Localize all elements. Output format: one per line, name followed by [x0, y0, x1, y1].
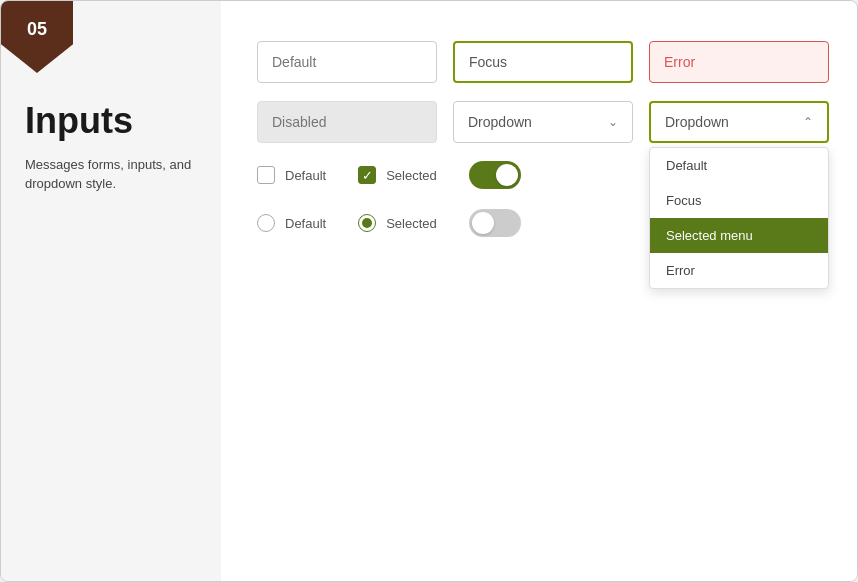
dropdown-active-label: Dropdown [665, 114, 729, 130]
sidebar-content: Inputs Messages forms, inputs, and dropd… [1, 101, 221, 194]
dropdown-item-error[interactable]: Error [650, 253, 828, 288]
dropdown-normal: Dropdown ⌄ [453, 101, 633, 143]
dropdown-item-focus[interactable]: Focus [650, 183, 828, 218]
dropdown-active: Dropdown ⌃ Default Focus Selected menu E… [649, 101, 829, 143]
dropdown-menu: Default Focus Selected menu Error [649, 147, 829, 289]
page-title: Inputs [25, 101, 197, 141]
check-icon: ✓ [362, 169, 373, 182]
dropdown-active-button[interactable]: Dropdown ⌃ [649, 101, 829, 143]
radio-dot [362, 218, 372, 228]
checkbox-default-label: Default [285, 168, 326, 183]
main-card: 05 Inputs Messages forms, inputs, and dr… [0, 0, 858, 582]
toggle-off-knob [472, 212, 494, 234]
main-content: Dropdown ⌄ Dropdown ⌃ Default Focus [221, 1, 858, 581]
checkbox-selected[interactable]: ✓ [358, 166, 376, 184]
badge-number: 05 [27, 19, 47, 40]
checkbox-selected-group: ✓ Selected [358, 166, 437, 184]
dropdown-row: Dropdown ⌄ Dropdown ⌃ Default Focus [257, 101, 829, 143]
chevron-down-icon: ⌄ [608, 115, 618, 129]
dropdown-normal-label: Dropdown [468, 114, 532, 130]
error-input[interactable] [649, 41, 829, 83]
radio-default-label: Default [285, 216, 326, 231]
checkbox-default[interactable] [257, 166, 275, 184]
default-input[interactable] [257, 41, 437, 83]
toggle-on[interactable] [469, 161, 521, 189]
toggle-off[interactable] [469, 209, 521, 237]
chevron-up-icon: ⌃ [803, 115, 813, 129]
dropdown-item-selected[interactable]: Selected menu [650, 218, 828, 253]
radio-default[interactable] [257, 214, 275, 232]
dropdown-normal-button[interactable]: Dropdown ⌄ [453, 101, 633, 143]
sidebar: 05 Inputs Messages forms, inputs, and dr… [1, 1, 221, 581]
sidebar-description: Messages forms, inputs, and dropdown sty… [25, 155, 197, 194]
disabled-input [257, 101, 437, 143]
radio-selected[interactable] [358, 214, 376, 232]
dropdown-item-default[interactable]: Default [650, 148, 828, 183]
badge: 05 [1, 1, 73, 73]
checkbox-selected-label: Selected [386, 168, 437, 183]
radio-selected-group: Selected [358, 214, 437, 232]
focus-input[interactable] [453, 41, 633, 83]
text-inputs-row [257, 41, 829, 83]
toggle-on-knob [496, 164, 518, 186]
checkbox-default-group: Default [257, 166, 326, 184]
radio-selected-label: Selected [386, 216, 437, 231]
radio-default-group: Default [257, 214, 326, 232]
